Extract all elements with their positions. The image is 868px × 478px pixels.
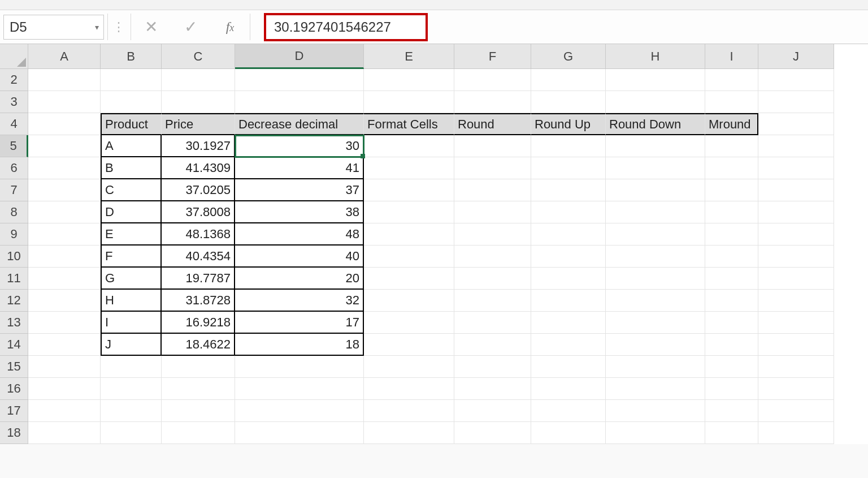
- cell-I8[interactable]: [705, 201, 758, 223]
- table-cell-C12[interactable]: 31.8728: [162, 290, 235, 312]
- table-cell-B6[interactable]: B: [101, 157, 162, 179]
- cell-I15[interactable]: [705, 356, 758, 378]
- cell-G16[interactable]: [531, 378, 606, 400]
- cell-J16[interactable]: [758, 378, 834, 400]
- table-header-format_cells[interactable]: Format Cells: [364, 113, 454, 135]
- cell-E3[interactable]: [364, 91, 454, 113]
- cell-A6[interactable]: [28, 157, 101, 179]
- cell-A4[interactable]: [28, 113, 101, 135]
- cell-J18[interactable]: [758, 422, 834, 444]
- row-header-2[interactable]: 2: [0, 69, 28, 91]
- row-header-8[interactable]: 8: [0, 201, 28, 223]
- cell-J17[interactable]: [758, 400, 834, 422]
- cell-H7[interactable]: [606, 179, 705, 201]
- table-header-price[interactable]: Price: [162, 113, 235, 135]
- cell-A18[interactable]: [28, 422, 101, 444]
- table-header-round_down[interactable]: Round Down: [606, 113, 705, 135]
- column-header-E[interactable]: E: [364, 44, 454, 69]
- cell-I5[interactable]: [705, 135, 758, 157]
- cell-E13[interactable]: [364, 312, 454, 334]
- cell-A8[interactable]: [28, 201, 101, 223]
- cell-A2[interactable]: [28, 69, 101, 91]
- cell-B18[interactable]: [101, 422, 162, 444]
- cell-A10[interactable]: [28, 246, 101, 268]
- cell-A13[interactable]: [28, 312, 101, 334]
- cell-F13[interactable]: [454, 312, 531, 334]
- column-header-H[interactable]: H: [606, 44, 705, 69]
- table-cell-D14[interactable]: 18: [235, 334, 364, 356]
- cell-F6[interactable]: [454, 157, 531, 179]
- grid[interactable]: ABCDEFGHIJ234ProductPriceDecrease decima…: [0, 44, 868, 444]
- table-cell-D7[interactable]: 37: [235, 179, 364, 201]
- table-cell-C8[interactable]: 37.8008: [162, 201, 235, 223]
- table-cell-C5[interactable]: 30.1927: [162, 135, 235, 157]
- cell-D3[interactable]: [235, 91, 364, 113]
- cell-H3[interactable]: [606, 91, 705, 113]
- cell-F12[interactable]: [454, 290, 531, 312]
- row-header-3[interactable]: 3: [0, 91, 28, 113]
- cell-I6[interactable]: [705, 157, 758, 179]
- table-header-mround[interactable]: Mround: [705, 113, 758, 135]
- column-header-B[interactable]: B: [101, 44, 162, 69]
- cell-E9[interactable]: [364, 223, 454, 246]
- cell-A9[interactable]: [28, 223, 101, 246]
- cell-G10[interactable]: [531, 246, 606, 268]
- cell-A15[interactable]: [28, 356, 101, 378]
- cell-J13[interactable]: [758, 312, 834, 334]
- cell-F9[interactable]: [454, 223, 531, 246]
- cell-H5[interactable]: [606, 135, 705, 157]
- cell-J10[interactable]: [758, 246, 834, 268]
- cell-G11[interactable]: [531, 268, 606, 290]
- row-header-16[interactable]: 16: [0, 378, 28, 400]
- cell-I12[interactable]: [705, 290, 758, 312]
- column-header-F[interactable]: F: [454, 44, 531, 69]
- name-box[interactable]: D5 ▾: [3, 15, 104, 40]
- cell-G2[interactable]: [531, 69, 606, 91]
- cell-C18[interactable]: [162, 422, 235, 444]
- cell-I17[interactable]: [705, 400, 758, 422]
- cell-B3[interactable]: [101, 91, 162, 113]
- formula-input[interactable]: 30.1927401546227: [264, 13, 428, 41]
- insert-function-button[interactable]: fx: [210, 10, 250, 44]
- cell-H2[interactable]: [606, 69, 705, 91]
- table-cell-B7[interactable]: C: [101, 179, 162, 201]
- cell-F3[interactable]: [454, 91, 531, 113]
- row-header-15[interactable]: 15: [0, 356, 28, 378]
- cell-E8[interactable]: [364, 201, 454, 223]
- cell-H17[interactable]: [606, 400, 705, 422]
- cell-H14[interactable]: [606, 334, 705, 356]
- table-cell-D6[interactable]: 41: [235, 157, 364, 179]
- table-cell-C9[interactable]: 48.1368: [162, 223, 235, 246]
- cell-A16[interactable]: [28, 378, 101, 400]
- cell-F18[interactable]: [454, 422, 531, 444]
- table-cell-D5[interactable]: 30: [235, 135, 364, 157]
- cell-C3[interactable]: [162, 91, 235, 113]
- cell-B2[interactable]: [101, 69, 162, 91]
- table-cell-D13[interactable]: 17: [235, 312, 364, 334]
- cell-C16[interactable]: [162, 378, 235, 400]
- cell-I7[interactable]: [705, 179, 758, 201]
- cell-G9[interactable]: [531, 223, 606, 246]
- cell-J2[interactable]: [758, 69, 834, 91]
- table-cell-B9[interactable]: E: [101, 223, 162, 246]
- cell-E12[interactable]: [364, 290, 454, 312]
- cell-H15[interactable]: [606, 356, 705, 378]
- cell-E18[interactable]: [364, 422, 454, 444]
- cell-A7[interactable]: [28, 179, 101, 201]
- cell-E7[interactable]: [364, 179, 454, 201]
- cell-I2[interactable]: [705, 69, 758, 91]
- cell-J14[interactable]: [758, 334, 834, 356]
- table-cell-B11[interactable]: G: [101, 268, 162, 290]
- row-header-9[interactable]: 9: [0, 223, 28, 246]
- cell-G17[interactable]: [531, 400, 606, 422]
- cell-E16[interactable]: [364, 378, 454, 400]
- cell-J8[interactable]: [758, 201, 834, 223]
- row-header-11[interactable]: 11: [0, 268, 28, 290]
- table-cell-D10[interactable]: 40: [235, 246, 364, 268]
- table-cell-C13[interactable]: 16.9218: [162, 312, 235, 334]
- cell-F14[interactable]: [454, 334, 531, 356]
- column-header-D[interactable]: D: [235, 44, 364, 69]
- cell-B16[interactable]: [101, 378, 162, 400]
- cell-G5[interactable]: [531, 135, 606, 157]
- cell-A11[interactable]: [28, 268, 101, 290]
